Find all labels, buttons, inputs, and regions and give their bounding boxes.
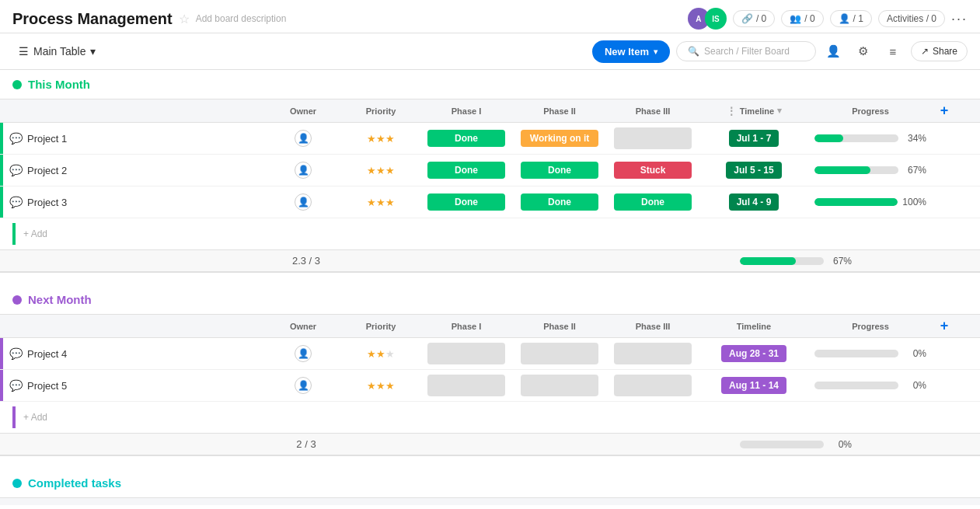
- summary-progress: 67%: [734, 256, 858, 267]
- row-phase2[interactable]: Done: [513, 192, 606, 212]
- comment-icon[interactable]: 💬: [9, 379, 23, 392]
- row-phase2[interactable]: Working on it: [513, 128, 606, 148]
- add-row-border: [12, 406, 16, 428]
- row-phase1[interactable]: Done: [420, 192, 513, 212]
- owner-avatar: 👤: [295, 193, 312, 211]
- search-filter-box[interactable]: 🔍 Search / Filter Board: [676, 41, 816, 61]
- row-owner[interactable]: 👤: [264, 162, 342, 179]
- col-header-phase2: Phase II: [513, 322, 606, 331]
- invite-icon: 🔗: [741, 13, 753, 24]
- group-dot-completed_tasks: [12, 479, 22, 488]
- person-filter-button[interactable]: 👤: [822, 40, 846, 63]
- filter-button[interactable]: ≡: [881, 40, 905, 63]
- add-column-button[interactable]: +: [940, 318, 949, 334]
- summary-row-this_month: 2.3 / 3 67%: [0, 249, 980, 273]
- main-table-button[interactable]: ☰ Main Table ▾: [12, 42, 102, 61]
- row-timeline[interactable]: Aug 28 - 31: [699, 345, 808, 362]
- col-header-timeline: ⋮ Timeline ▾: [699, 105, 808, 117]
- chip-invites[interactable]: 🔗 / 0: [733, 10, 775, 27]
- more-options-button[interactable]: ···: [951, 11, 968, 27]
- favorite-star[interactable]: ☆: [179, 12, 190, 26]
- row-timeline[interactable]: Aug 11 - 14: [699, 377, 808, 394]
- search-placeholder: Search / Filter Board: [704, 46, 790, 57]
- avatar-user2: IS: [705, 8, 727, 30]
- chip-members[interactable]: 👤 / 1: [830, 10, 872, 27]
- table-row: 💬 Project 1 👤 ★★★ Done Working on it Jul…: [0, 123, 980, 155]
- comment-icon[interactable]: 💬: [9, 347, 23, 360]
- group-dot-next_month: [12, 295, 22, 305]
- row-progress: 100%: [808, 197, 933, 207]
- row-phase3[interactable]: [606, 126, 699, 151]
- row-phase1[interactable]: [420, 341, 513, 366]
- row-owner[interactable]: 👤: [264, 193, 342, 211]
- col-header-phase1: Phase I: [420, 106, 513, 116]
- row-owner[interactable]: 👤: [264, 377, 342, 394]
- share-button[interactable]: ↗ Share: [911, 41, 968, 61]
- row-name: 💬 Project 4: [3, 347, 264, 360]
- chip-activities[interactable]: Activities / 0: [878, 10, 945, 27]
- row-priority: ★★★: [342, 348, 420, 360]
- col-header-progress: Progress: [808, 505, 933, 506]
- row-timeline[interactable]: Jul 1 - 7: [699, 130, 808, 147]
- board-subtitle[interactable]: Add board description: [196, 13, 287, 24]
- group-completed_tasks: Completed tasks Owner Priority Phase I P…: [0, 469, 980, 505]
- row-phase3[interactable]: [606, 373, 699, 398]
- project-name: Project 4: [27, 348, 67, 360]
- row-phase1[interactable]: [420, 373, 513, 398]
- chip-guests[interactable]: 👥 / 0: [781, 10, 823, 27]
- comment-icon[interactable]: 💬: [9, 196, 23, 208]
- row-phase3[interactable]: [606, 341, 699, 366]
- row-phase3[interactable]: Stuck: [606, 160, 699, 180]
- col-header-owner: Owner: [264, 322, 342, 331]
- share-label: Share: [933, 46, 957, 57]
- row-progress: 0%: [808, 380, 933, 391]
- add-row-button[interactable]: + Add: [0, 402, 980, 433]
- row-owner[interactable]: 👤: [264, 345, 342, 362]
- row-timeline[interactable]: Jul 4 - 9: [699, 193, 808, 211]
- row-phase2[interactable]: Done: [513, 160, 606, 180]
- col-add-header: +: [933, 103, 956, 119]
- col-headers-completed_tasks: Owner Priority Phase I Phase II Phase II…: [0, 497, 980, 505]
- add-row-label: + Add: [23, 228, 47, 239]
- owner-avatar: 👤: [295, 130, 312, 147]
- settings-button[interactable]: ⚙: [852, 40, 875, 63]
- group-header-next_month: Next Month: [0, 285, 980, 314]
- col-sort-icon[interactable]: ▾: [777, 106, 782, 116]
- row-phase2[interactable]: [513, 373, 606, 398]
- toolbar-right-actions: New Item ▾ 🔍 Search / Filter Board 👤 ⚙ ≡…: [592, 40, 968, 63]
- group-title-next_month: Next Month: [28, 293, 92, 306]
- priority-stars: ★★★: [367, 197, 395, 208]
- row-timeline[interactable]: Jul 5 - 15: [699, 162, 808, 179]
- col-header-timeline: Timeline: [699, 505, 808, 506]
- section-gap: [0, 456, 980, 469]
- col-header-phase3: Phase III: [606, 106, 699, 116]
- row-owner[interactable]: 👤: [264, 130, 342, 147]
- comment-icon[interactable]: 💬: [9, 164, 23, 176]
- col-header-phase2: Phase II: [513, 106, 606, 116]
- new-item-button[interactable]: New Item ▾: [592, 40, 670, 63]
- add-column-button[interactable]: +: [940, 103, 949, 119]
- row-phase2[interactable]: [513, 341, 606, 366]
- summary-row-next_month: 2 / 3 0%: [0, 433, 980, 456]
- search-icon: 🔍: [688, 46, 699, 57]
- row-priority: ★★★: [342, 133, 420, 145]
- col-header-timeline: Timeline: [699, 322, 808, 331]
- row-phase1[interactable]: Done: [420, 128, 513, 148]
- group-title-completed_tasks: Completed tasks: [28, 476, 121, 490]
- col-header-phase3: Phase III: [606, 505, 699, 506]
- col-menu-icon[interactable]: ⋮: [726, 105, 737, 117]
- row-priority: ★★★: [342, 165, 420, 176]
- group-header-this_month: This Month: [0, 70, 980, 99]
- row-name: 💬 Project 2: [3, 164, 264, 176]
- col-header-progress: Progress: [808, 322, 933, 331]
- toolbar: ☰ Main Table ▾ New Item ▾ 🔍 Search / Fil…: [0, 33, 980, 70]
- add-row-button[interactable]: + Add: [0, 218, 980, 249]
- row-phase3[interactable]: Done: [606, 192, 699, 212]
- comment-icon[interactable]: 💬: [9, 132, 23, 145]
- owner-avatar: 👤: [295, 162, 312, 179]
- col-headers-next_month: Owner Priority Phase I Phase II Phase II…: [0, 314, 980, 338]
- row-phase1[interactable]: Done: [420, 160, 513, 180]
- col-header-phase1: Phase I: [420, 322, 513, 331]
- member-icon: 👤: [839, 13, 850, 24]
- add-column-button[interactable]: +: [940, 501, 949, 505]
